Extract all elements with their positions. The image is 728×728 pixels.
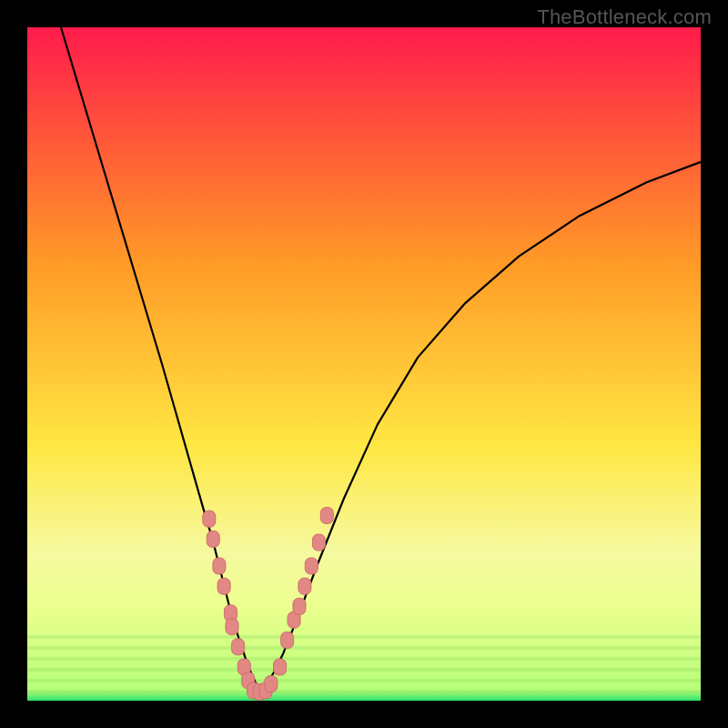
svg-rect-9 (213, 558, 226, 574)
svg-rect-10 (217, 578, 230, 594)
plot-area (27, 27, 701, 701)
svg-rect-0 (27, 27, 701, 701)
svg-rect-20 (274, 659, 287, 675)
svg-rect-8 (207, 531, 219, 547)
svg-rect-27 (320, 508, 333, 524)
svg-rect-25 (305, 558, 318, 574)
svg-rect-26 (312, 534, 325, 551)
svg-rect-19 (265, 676, 278, 693)
svg-rect-13 (232, 639, 245, 655)
bottleneck-chart (27, 27, 701, 701)
svg-rect-7 (203, 511, 216, 527)
svg-rect-24 (298, 578, 311, 594)
svg-rect-23 (293, 598, 306, 614)
svg-rect-21 (281, 632, 294, 648)
chart-frame: TheBottleneck.com (0, 0, 728, 728)
svg-rect-12 (226, 619, 238, 635)
watermark-text: TheBottleneck.com (537, 5, 712, 29)
